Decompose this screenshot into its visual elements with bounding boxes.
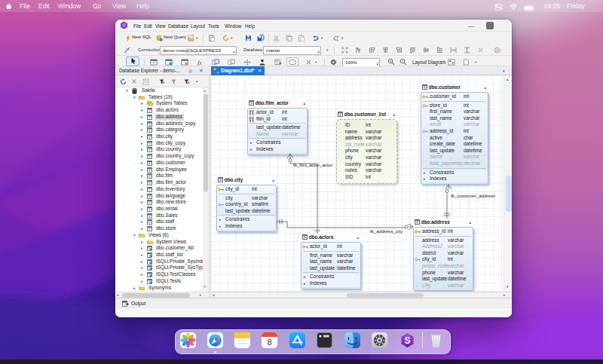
svg-text:8: 8 <box>267 338 271 347</box>
svg-text:fk_film_actor_actor: fk_film_actor_actor <box>293 162 332 167</box>
svg-text:fk_address_city: fk_address_city <box>370 228 403 234</box>
svg-text:fk_customer_address: fk_customer_address <box>451 193 495 198</box>
svg-text:S: S <box>404 335 410 346</box>
svg-text:fx: fx <box>197 60 202 66</box>
